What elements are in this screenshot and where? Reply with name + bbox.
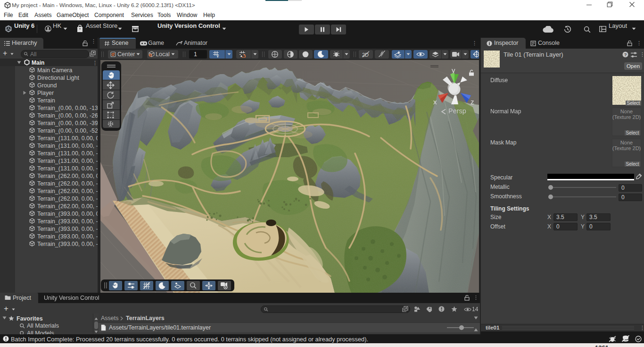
svg-text:x: x (433, 98, 437, 106)
svg-text:Y: Y (216, 54, 219, 58)
svg-text:y: y (452, 66, 455, 74)
svg-text:z: z (471, 98, 474, 106)
svg-text:?: ? (624, 52, 627, 57)
